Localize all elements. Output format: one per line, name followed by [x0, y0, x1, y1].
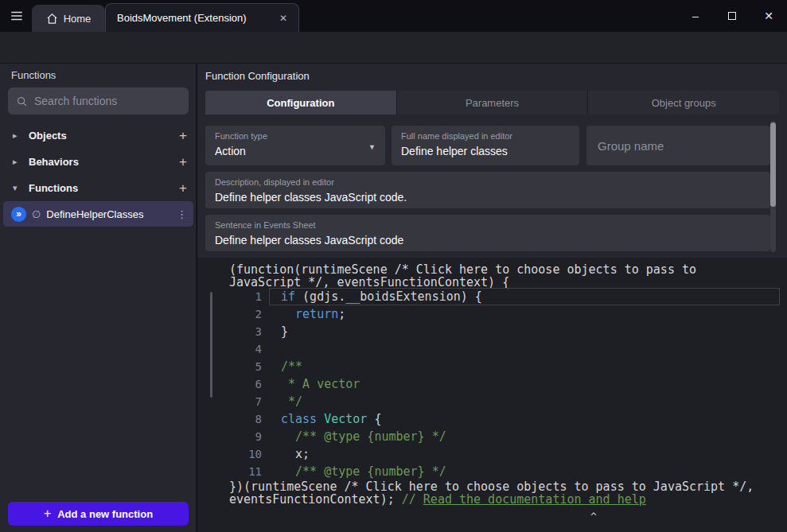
function-list-item-selected[interactable]: » ∅ DefineHelperClasses ⋮ [3, 201, 193, 227]
add-object-icon[interactable]: + [179, 128, 187, 144]
code-line[interactable]: 10 x; [197, 445, 787, 463]
description-value: Define helper classes JavaScript code. [215, 191, 761, 204]
section-label: Objects [29, 130, 172, 142]
code-line[interactable]: 11 /** @type {number} */ [197, 463, 787, 480]
tab-home[interactable]: Home [32, 5, 105, 32]
minimize-button[interactable]: – [677, 0, 714, 32]
expanded-caret-icon[interactable]: ▾ [13, 183, 21, 193]
editor-footer-line[interactable]: })(runtimeScene /* Click here to choose … [229, 480, 772, 506]
tab-configuration[interactable]: Configuration [205, 91, 397, 115]
code-line[interactable]: 2 return; [197, 305, 787, 323]
line-number: 9 [197, 430, 262, 443]
panel-scrollbar-thumb[interactable] [770, 122, 776, 207]
plus-icon: + [44, 507, 51, 521]
line-number: 2 [197, 308, 262, 320]
code-line[interactable]: 4 [197, 340, 787, 358]
maximize-icon [728, 12, 736, 20]
tab-object-groups[interactable]: Object groups [588, 91, 779, 115]
code-line-text: class Vector { [262, 412, 381, 426]
function-type-label: Function type [215, 131, 376, 141]
full-name-label: Full name displayed in editor [401, 131, 570, 141]
code-line-text: } [262, 324, 288, 339]
function-type-value: Action [215, 145, 376, 157]
tab-project-label: BoidsMovement (Extension) [117, 12, 270, 24]
line-number: 7 [197, 395, 262, 408]
section-label: Behaviors [29, 156, 172, 168]
sentence-value: Define helper classes JavaScript code [215, 234, 761, 247]
full-name-value: Define helper classes [401, 145, 570, 157]
line-number: 1 [197, 290, 262, 303]
documentation-link[interactable]: Read the documentation and help [423, 492, 646, 507]
footer-comment-prefix: // [402, 492, 423, 507]
close-tab-icon[interactable]: ✕ [276, 11, 290, 25]
kebab-menu-icon[interactable]: ⋮ [177, 208, 187, 220]
editor-header-line[interactable]: (function(runtimeScene /* Click here to … [229, 263, 772, 289]
function-name: DefineHelperClasses [46, 208, 171, 220]
line-number: 10 [197, 448, 262, 460]
sentence-label: Sentence in Events Sheet [215, 220, 761, 230]
section-label: Functions [29, 182, 172, 194]
maximize-button[interactable] [714, 0, 750, 32]
main-menu-button[interactable] [7, 7, 26, 25]
panel-title: Function Configuration [205, 70, 310, 82]
toolbar: Preview Share ↶ ↷ [0, 32, 787, 64]
tab-project[interactable]: BoidsMovement (Extension) ✕ [105, 3, 299, 32]
code-line[interactable]: 9 /** @type {number} */ [197, 428, 787, 445]
full-name-field[interactable]: Full name displayed in editor Define hel… [392, 126, 579, 165]
code-line-text: */ [262, 394, 302, 409]
line-number: 5 [197, 360, 262, 373]
code-lines: 1if (gdjs.__boidsExtension) {2 return;3}… [197, 288, 787, 480]
code-line-text: /** @type {number} */ [262, 464, 446, 479]
close-window-button[interactable]: ✕ [750, 0, 787, 32]
configuration-tabs: Configuration Parameters Object groups [205, 91, 779, 115]
function-type-select[interactable]: Function type Action ▼ [205, 126, 385, 165]
sidebar-item-objects[interactable]: ▸ Objects + [0, 122, 197, 149]
empty-set-icon: ∅ [32, 208, 41, 220]
line-number: 8 [197, 413, 262, 425]
functions-sidebar: Functions ▸ Objects + ▸ Behaviors + ▾ Fu… [0, 64, 197, 532]
group-name-placeholder: Group name [598, 139, 664, 153]
description-field[interactable]: Description, displayed in editor Define … [205, 172, 770, 208]
sentence-field[interactable]: Sentence in Events Sheet Define helper c… [205, 215, 770, 251]
code-line[interactable]: 1if (gdjs.__boidsExtension) { [197, 288, 787, 305]
add-new-function-label: Add a new function [57, 508, 153, 520]
add-behavior-icon[interactable]: + [179, 154, 187, 170]
function-configuration-panel: Function Configuration Configuration Par… [197, 64, 787, 258]
javascript-function-icon: » [11, 207, 26, 222]
code-line[interactable]: 3} [197, 323, 787, 340]
line-number: 3 [197, 325, 262, 338]
line-number: 6 [197, 378, 262, 390]
code-line[interactable]: 6 * A vector [197, 375, 787, 393]
code-editor: (function(runtimeScene /* Click here to … [197, 258, 787, 532]
line-number: 11 [197, 465, 262, 478]
sidebar-item-functions[interactable]: ▾ Functions + [0, 175, 197, 201]
code-line-text: /** @type {number} */ [262, 429, 446, 444]
home-icon [46, 13, 58, 25]
add-new-function-button[interactable]: + Add a new function [8, 502, 189, 526]
line-number: 4 [197, 343, 262, 355]
titlebar: Home BoidsMovement (Extension) ✕ – ✕ [0, 0, 787, 32]
description-label: Description, displayed in editor [215, 177, 761, 187]
code-line[interactable]: 8class Vector { [197, 410, 787, 428]
code-line-text: x; [262, 447, 310, 461]
code-line[interactable]: 5/** [197, 358, 787, 375]
sidebar-title: Functions [11, 69, 56, 81]
code-line-text: * A vector [262, 377, 360, 391]
window-controls: – ✕ [677, 0, 787, 32]
collapsed-caret-icon[interactable]: ▸ [13, 130, 21, 141]
code-line-text: /** [262, 359, 302, 374]
tab-home-label: Home [64, 13, 92, 25]
group-name-field[interactable]: Group name [586, 126, 770, 165]
hamburger-icon [10, 9, 24, 23]
code-line-text: if (gdjs.__boidsExtension) { [262, 289, 482, 304]
tab-parameters[interactable]: Parameters [397, 91, 589, 115]
sidebar-item-behaviors[interactable]: ▸ Behaviors + [0, 149, 197, 175]
collapsed-caret-icon[interactable]: ▸ [13, 157, 21, 167]
code-line[interactable]: 7 */ [197, 393, 787, 410]
dropdown-caret-icon: ▼ [368, 143, 376, 151]
caret-hint: ^ [590, 511, 597, 522]
code-line-text: return; [262, 307, 345, 321]
search-icon [16, 95, 28, 107]
search-input[interactable] [34, 95, 181, 107]
add-function-icon[interactable]: + [179, 181, 187, 196]
